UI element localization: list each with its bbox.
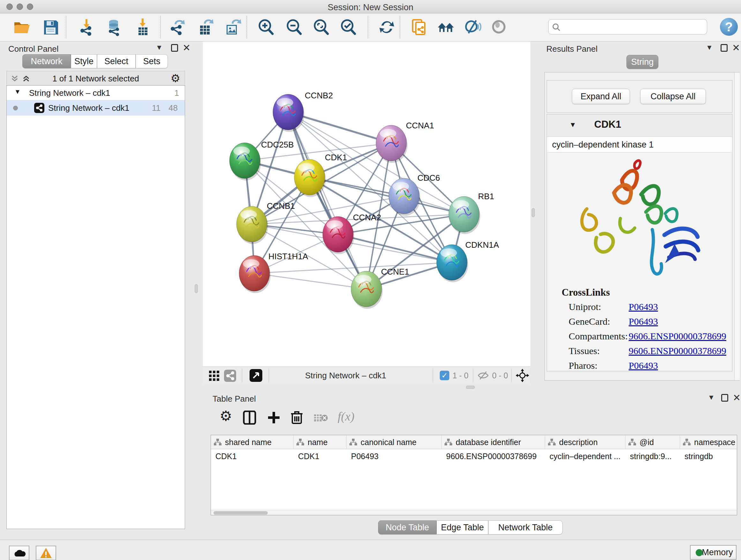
memory-button[interactable]: Memory: [690, 545, 737, 560]
memory-label: Memory: [702, 548, 733, 557]
tab-edge-table[interactable]: Edge Table: [436, 520, 488, 535]
results-vertical-scrollbar[interactable]: [734, 72, 740, 380]
string-import-file-icon[interactable]: [410, 18, 428, 37]
import-table-button[interactable]: [133, 18, 152, 37]
show-columns-icon[interactable]: [243, 411, 257, 425]
column-header-description[interactable]: description: [545, 435, 625, 449]
string-network-graph[interactable]: CCNB2CCNA1CDC25BCDK1CDC6RB1CCNB1CCNA2CDK…: [203, 42, 530, 367]
crosslink-genecard-link[interactable]: P06493: [629, 316, 658, 327]
network-collection-row[interactable]: ▼ String Network – cdk1 1: [7, 85, 185, 100]
function-builder-button-disabled: f(x): [338, 409, 354, 423]
results-panel-close-button[interactable]: ✕: [732, 42, 740, 53]
search-input[interactable]: [562, 21, 703, 32]
tab-select[interactable]: Select: [97, 54, 136, 68]
table-options-gear-icon[interactable]: ⚙: [219, 411, 232, 422]
export-network-button[interactable]: [168, 18, 187, 37]
tab-node-table[interactable]: Node Table: [378, 520, 436, 535]
warnings-button[interactable]: [36, 546, 56, 560]
network-options-gear-icon[interactable]: ⚙: [171, 73, 180, 84]
network-row-label: String Network – cdk1: [48, 103, 129, 113]
cell-shared-name[interactable]: CDK1: [211, 449, 293, 463]
add-column-icon[interactable]: [267, 411, 281, 425]
window-title: Session: New Session: [0, 3, 741, 12]
crosslink-compartments-link[interactable]: 9606.ENSP00000378699: [629, 331, 726, 341]
crosslink-pharos-link[interactable]: P06493: [629, 360, 658, 371]
network-edge: [254, 273, 366, 289]
protein-description: cyclin–dependent kinase 1: [547, 137, 732, 152]
cell-namespace[interactable]: stringdb: [680, 449, 737, 463]
save-session-button[interactable]: [42, 18, 60, 37]
network-share-icon[interactable]: [224, 370, 236, 382]
tab-network-table[interactable]: Network Table: [488, 520, 562, 535]
delete-column-icon[interactable]: [290, 410, 304, 425]
zoom-out-button[interactable]: [285, 18, 303, 37]
results-panel-maximize-button[interactable]: [721, 44, 728, 53]
cell-id[interactable]: stringdb:9...: [625, 449, 680, 463]
pan-crosshair-icon[interactable]: [516, 369, 529, 382]
table-panel-title: Table Panel: [212, 394, 256, 404]
zoom-in-button[interactable]: [257, 18, 275, 37]
node-label-CDK1: CDK1: [325, 152, 347, 162]
node-table: shared name name canonical name database…: [211, 435, 737, 515]
right-splitter-handle[interactable]: [532, 208, 535, 217]
import-network-button[interactable]: [77, 18, 96, 37]
tab-network[interactable]: Network: [22, 54, 71, 68]
network-canvas[interactable]: CCNB2CCNA1CDC25BCDK1CDC6RB1CCNB1CCNA2CDK…: [203, 42, 530, 367]
results-panel-float-button[interactable]: ▼: [706, 44, 713, 52]
collapse-all-button[interactable]: Collapse All: [640, 89, 706, 104]
cloud-icon: [12, 548, 26, 558]
column-header-shared-name[interactable]: shared name: [211, 435, 293, 449]
column-header-id[interactable]: @id: [625, 435, 680, 449]
tab-sets[interactable]: Sets: [136, 54, 168, 68]
zoom-selected-button[interactable]: [339, 18, 357, 37]
help-button[interactable]: ?: [720, 18, 738, 36]
home-icon[interactable]: [436, 18, 455, 37]
cell-name[interactable]: CDK1: [293, 449, 347, 463]
tab-string[interactable]: String: [626, 55, 658, 69]
collection-expand-icon[interactable]: ▼: [14, 88, 21, 96]
control-panel-maximize-button[interactable]: [171, 44, 178, 53]
memory-status-dot: [696, 549, 703, 556]
show-glass-icon-disabled[interactable]: [490, 18, 509, 37]
column-header-database-identifier[interactable]: database identifier: [442, 435, 545, 449]
control-panel-float-button[interactable]: ▼: [156, 44, 163, 52]
selected-checkbox[interactable]: ✓: [440, 371, 449, 380]
node-label-CDC6: CDC6: [417, 173, 440, 183]
open-session-button[interactable]: [13, 18, 31, 37]
grid-view-icon[interactable]: [209, 370, 219, 381]
collection-label: String Network – cdk1: [29, 88, 110, 98]
tab-style[interactable]: Style: [71, 54, 97, 68]
expand-all-button[interactable]: Expand All: [572, 89, 630, 104]
horizontal-splitter-handle[interactable]: [466, 386, 475, 389]
scrollbar-thumb[interactable]: [213, 511, 268, 515]
collapse-protein-icon[interactable]: ▼: [569, 121, 576, 129]
table-panel-float-button[interactable]: ▼: [708, 393, 715, 401]
cloud-button[interactable]: [9, 546, 29, 560]
table-panel-close-button[interactable]: ✕: [733, 392, 741, 403]
column-header-namespace[interactable]: namespace: [680, 435, 737, 449]
table-panel-maximize-button[interactable]: [721, 394, 728, 403]
toolbar-separator: [66, 16, 66, 38]
toolbar-separator: [246, 16, 247, 38]
crosslink-tissues-link[interactable]: 9606.ENSP00000378699: [629, 346, 726, 356]
export-image-button[interactable]: [223, 18, 242, 37]
cell-description[interactable]: cyclin–dependent ...: [545, 449, 625, 463]
cell-database-identifier[interactable]: 9606.ENSP00000378699: [442, 449, 545, 463]
column-header-name[interactable]: name: [293, 435, 347, 449]
cell-canonical-name[interactable]: P06493: [347, 449, 442, 463]
network-row-selected[interactable]: String Network – cdk1 11 48: [7, 100, 185, 116]
hide-glass-icon[interactable]: [463, 18, 482, 37]
refresh-button[interactable]: [378, 18, 396, 37]
left-splitter-handle[interactable]: [195, 284, 198, 293]
hidden-eye-icon[interactable]: [477, 371, 489, 380]
control-panel-close-button[interactable]: ✕: [183, 42, 191, 53]
network-view-toolbar: String Network – cdk1 ✓ 1 - 0 0 - 0: [203, 367, 530, 384]
export-table-button[interactable]: [196, 18, 215, 37]
birds-eye-view-icon[interactable]: [250, 369, 262, 382]
import-network-from-database-button[interactable]: [105, 18, 124, 37]
protein-card-header[interactable]: ▼ CDK1: [547, 114, 732, 137]
crosslink-uniprot-link[interactable]: P06493: [629, 301, 658, 312]
column-header-canonical-name[interactable]: canonical name: [347, 435, 442, 449]
zoom-fit-button[interactable]: [312, 18, 330, 37]
table-horizontal-scrollbar[interactable]: [211, 510, 737, 515]
